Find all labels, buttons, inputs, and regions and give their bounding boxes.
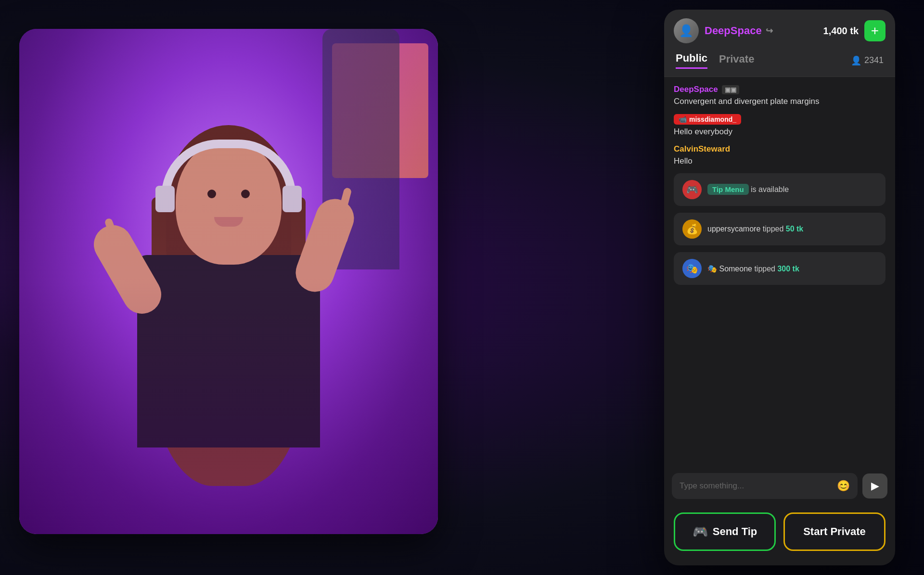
tab-public[interactable]: Public — [676, 52, 707, 69]
tip-notification-1: 💰 uppersycamore tipped 50 tk — [674, 213, 886, 245]
tip-menu-notification: 🎮 Tip Menu is available — [674, 173, 886, 206]
tipped-text-2: tipped — [754, 265, 777, 273]
start-private-button[interactable]: Start Private — [783, 512, 886, 551]
chat-message-3: CalvinSteward Hello — [674, 144, 886, 167]
chat-text-2: Hello everybody — [674, 126, 886, 138]
tab-private[interactable]: Private — [719, 53, 754, 68]
chat-input-placeholder: Type something... — [680, 481, 744, 491]
send-icon: ▶ — [871, 480, 879, 492]
tipper-name-2: Someone — [719, 265, 752, 273]
chat-message-1: DeepSpace ▣▣ Convergent and divergent pl… — [674, 85, 886, 107]
panel-header: 👤 DeepSpace ↪ 1,400 tk + — [664, 10, 895, 52]
camera-icon: 📹 — [679, 115, 687, 123]
tip-amount-2: 300 tk — [777, 265, 799, 273]
phone-panel: 👤 DeepSpace ↪ 1,400 tk + Public Private … — [664, 10, 895, 565]
chat-text-3: Hello — [674, 155, 886, 167]
streamer-badge: 📹 missdiamond_ — [674, 114, 741, 125]
bottom-buttons: 🎮 Send Tip Start Private — [664, 505, 895, 565]
tip-menu-text: is available — [751, 185, 789, 193]
headphones — [161, 125, 296, 192]
tip-menu-content: Tip Menu is available — [707, 185, 789, 194]
avatar: 👤 — [674, 18, 699, 43]
viewer-icon: 👤 — [851, 55, 861, 66]
start-private-label: Start Private — [803, 525, 866, 538]
chat-username-2: 📹 missdiamond_ — [674, 114, 886, 125]
token-count: 1,400 tk — [823, 26, 859, 37]
send-tip-icon: 🎮 — [693, 524, 708, 539]
streamer-figure — [84, 101, 373, 534]
username-deepspace: DeepSpace — [674, 85, 718, 94]
viewer-count: 👤 2341 — [851, 55, 884, 66]
header-username: DeepSpace ↪ — [705, 25, 773, 37]
logout-icon[interactable]: ↪ — [766, 26, 773, 36]
chat-input-wrapper: Type something... 😊 — [672, 473, 858, 499]
anon-icon: 🎭 — [682, 259, 702, 278]
username-text: DeepSpace — [705, 25, 762, 37]
emoji-picker-icon[interactable]: 😊 — [837, 480, 850, 492]
tip-notification-2: 🎭 🎭 Someone tipped 300 tk — [674, 252, 886, 285]
chat-username-3: CalvinSteward — [674, 144, 886, 154]
vr-badge: ▣▣ — [722, 85, 739, 94]
username-calvin: CalvinSteward — [674, 144, 730, 154]
chat-username-1: DeepSpace ▣▣ — [674, 85, 886, 94]
tip-content-1: uppersycamore tipped 50 tk — [707, 225, 803, 233]
tabs-row: Public Private 👤 2341 — [664, 52, 895, 77]
chat-message-2: 📹 missdiamond_ Hello everybody — [674, 114, 886, 138]
tip-content-2: 🎭 Someone tipped 300 tk — [707, 264, 799, 273]
send-tip-button[interactable]: 🎮 Send Tip — [674, 512, 776, 551]
chat-text-1: Convergent and divergent plate margins — [674, 96, 886, 107]
tip-menu-badge[interactable]: Tip Menu — [707, 184, 749, 195]
tipper-name-1: uppersycamore — [707, 225, 760, 233]
add-tokens-button[interactable]: + — [864, 20, 886, 41]
viewer-count-number: 2341 — [864, 55, 884, 65]
chat-area: DeepSpace ▣▣ Convergent and divergent pl… — [664, 77, 895, 467]
coin-icon: 💰 — [682, 219, 702, 239]
tip-menu-icon: 🎮 — [682, 180, 702, 199]
send-tip-label: Send Tip — [713, 525, 757, 538]
input-row: Type something... 😊 ▶ — [664, 467, 895, 505]
send-message-button[interactable]: ▶ — [862, 473, 887, 498]
username-missdiamond: missdiamond_ — [689, 115, 736, 123]
tipped-text-1: tipped — [763, 225, 786, 233]
body — [137, 255, 320, 447]
video-card — [19, 29, 438, 534]
tip-amount-1: 50 tk — [786, 225, 803, 233]
